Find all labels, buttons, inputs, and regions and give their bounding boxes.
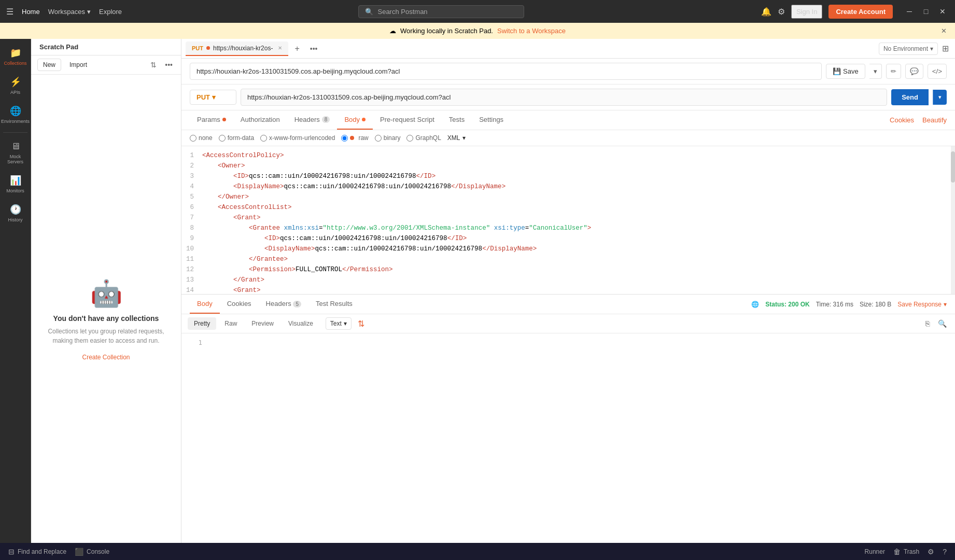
tab-headers[interactable]: Headers 8 — [287, 110, 338, 130]
bottom-runner[interactable]: Runner — [865, 548, 885, 556]
resp-tab-cookies[interactable]: Cookies — [220, 295, 259, 314]
bottom-find-replace[interactable]: ⊟ Find and Replace — [8, 548, 66, 556]
sidebar: 📁 Collections ⚡ APIs 🌐 Environments 🖥 Mo… — [0, 39, 31, 559]
panel-toggle-button[interactable]: ⊞ — [940, 41, 951, 55]
collections-panel: Scratch Pad New Import ⇅ ••• 🤖 You don't… — [31, 39, 181, 559]
resp-view-preview[interactable]: Preview — [245, 317, 280, 330]
code-line: 1<AccessControlPolicy> — [181, 150, 955, 161]
method-selector[interactable]: PUT ▾ — [190, 90, 236, 105]
sidebar-item-environments[interactable]: 🌐 Environments — [0, 101, 31, 128]
import-button[interactable]: Import — [65, 59, 91, 71]
sidebar-item-mock-servers[interactable]: 🖥 Mock Servers — [0, 137, 31, 169]
bottom-trash[interactable]: 🗑 Trash — [893, 548, 919, 556]
resp-view-visualize[interactable]: Visualize — [282, 317, 319, 330]
resp-tab-body[interactable]: Body — [190, 295, 220, 314]
settings-icon[interactable]: ⚙ — [778, 7, 785, 17]
resp-view-pretty[interactable]: Pretty — [188, 317, 216, 330]
body-type-urlencoded[interactable]: x-www-form-urlencoded — [260, 134, 335, 142]
send-dropdown-button[interactable]: ▾ — [933, 90, 947, 105]
sign-in-button[interactable]: Sign In — [791, 5, 822, 19]
response-format-selector[interactable]: Text ▾ — [326, 317, 352, 330]
new-collection-button[interactable]: New — [37, 59, 61, 71]
main-layout: 📁 Collections ⚡ APIs 🌐 Environments 🖥 Mo… — [0, 39, 955, 559]
save-button[interactable]: 💾 Save — [826, 64, 865, 79]
switch-workspace-link[interactable]: Switch to a Workspace — [497, 27, 566, 35]
body-type-form-data[interactable]: form-data — [219, 134, 254, 142]
request-tab-active[interactable]: PUT https://houxian-kr2os- ✕ — [186, 41, 288, 56]
response-view-tabs: Pretty Raw Preview Visualize Text ▾ ⇅ ⎘ — [181, 314, 955, 333]
response-time: Time: 316 ms — [816, 301, 853, 308]
tab-params[interactable]: Params — [190, 110, 233, 130]
banner-message: Working locally in Scratch Pad. — [400, 27, 493, 35]
tab-method-label: PUT — [192, 45, 203, 51]
cookies-link[interactable]: Cookies — [890, 111, 914, 129]
params-dot — [222, 118, 226, 121]
banner-close-button[interactable]: ✕ — [941, 27, 947, 35]
beautify-link[interactable]: Beautify — [922, 111, 947, 129]
resp-tab-headers[interactable]: Headers 5 — [259, 295, 308, 314]
response-line-1: 1 — [190, 338, 947, 348]
mock-servers-icon: 🖥 — [11, 141, 20, 152]
close-button[interactable]: ✕ — [936, 5, 949, 18]
search-response-button[interactable]: 🔍 — [936, 317, 949, 330]
code-button[interactable]: </> — [928, 64, 947, 79]
code-line: 3 <ID>qcs::cam::uin/100024216798:uin/100… — [181, 171, 955, 181]
nav-workspaces[interactable]: Workspaces ▾ — [48, 8, 91, 16]
nav-home[interactable]: Home — [22, 8, 40, 16]
resp-tab-test-results[interactable]: Test Results — [308, 295, 360, 314]
save-response-button[interactable]: Save Response ▾ — [897, 301, 947, 308]
scrollbar-thumb[interactable] — [951, 151, 955, 183]
tab-settings[interactable]: Settings — [472, 110, 511, 130]
body-type-raw[interactable]: raw — [341, 134, 368, 142]
save-icon: 💾 — [833, 67, 841, 75]
tab-overflow-button[interactable]: ••• — [306, 43, 322, 55]
hamburger-icon[interactable]: ☰ — [6, 7, 13, 17]
sidebar-item-apis[interactable]: ⚡ APIs — [0, 72, 31, 99]
tab-tests[interactable]: Tests — [442, 110, 472, 130]
minimize-button[interactable]: ─ — [903, 5, 916, 18]
comment-button[interactable]: 💬 — [905, 64, 923, 79]
format-xml-selector[interactable]: XML ▾ — [447, 134, 466, 142]
code-line: 10 <DisplayName>qcs::cam::uin/1000242167… — [181, 244, 955, 254]
sidebar-item-monitors[interactable]: 📊 Monitors — [0, 171, 31, 198]
body-type-none[interactable]: none — [190, 134, 213, 142]
bottom-settings[interactable]: ⚙ — [928, 548, 934, 556]
url-display-input[interactable] — [190, 63, 822, 80]
send-button[interactable]: Send — [891, 89, 929, 105]
tab-authorization[interactable]: Authorization — [233, 110, 287, 130]
request-tabs: Params Authorization Headers 8 Body Pre-… — [181, 110, 955, 130]
sort-button[interactable]: ⇅ — [148, 60, 159, 70]
new-tab-button[interactable]: + — [290, 42, 303, 55]
tab-body[interactable]: Body — [337, 110, 373, 130]
copy-response-button[interactable]: ⎘ — [923, 317, 932, 330]
create-account-button[interactable]: Create Account — [828, 5, 893, 19]
collections-empty-state: 🤖 You don't have any collections Collect… — [31, 75, 181, 559]
empty-title: You don't have any collections — [53, 314, 159, 323]
resp-view-raw[interactable]: Raw — [218, 317, 243, 330]
bottom-help[interactable]: ? — [943, 548, 947, 556]
panel-subheader: New Import ⇅ ••• — [31, 55, 181, 75]
search-bar[interactable]: 🔍 Search Postman — [358, 5, 524, 18]
code-line: 4 <DisplayName>qcs::cam::uin/10002421679… — [181, 181, 955, 192]
body-type-graphql[interactable]: GraphQL — [406, 134, 441, 142]
tab-pre-request[interactable]: Pre-request Script — [373, 110, 442, 130]
sidebar-item-history[interactable]: 🕐 History — [0, 200, 31, 227]
code-line: 8 <Grantee xmlns:xsi="http://www.w3.org/… — [181, 223, 955, 233]
notification-icon[interactable]: 🔔 — [761, 7, 771, 17]
panel-more-button[interactable]: ••• — [163, 60, 175, 70]
sidebar-item-collections[interactable]: 📁 Collections — [0, 43, 31, 70]
nav-explore[interactable]: Explore — [99, 8, 122, 16]
save-dropdown-button[interactable]: ▾ — [869, 64, 882, 79]
body-type-binary[interactable]: binary — [375, 134, 401, 142]
bottom-right-actions: Runner 🗑 Trash ⚙ ? — [865, 548, 947, 556]
edit-button[interactable]: ✏ — [886, 64, 901, 79]
maximize-button[interactable]: □ — [920, 5, 932, 18]
request-url-input[interactable] — [241, 89, 887, 106]
scrollbar-track — [951, 146, 955, 294]
tab-close-button[interactable]: ✕ — [278, 45, 282, 51]
environment-selector[interactable]: No Environment ▾ — [879, 43, 938, 55]
bottom-console[interactable]: ⬛ Console — [75, 548, 109, 556]
response-filter-icon[interactable]: ⇅ — [358, 319, 364, 329]
code-editor[interactable]: 1<AccessControlPolicy>2 <Owner>3 <ID>qcs… — [181, 146, 955, 294]
create-collection-link[interactable]: Create Collection — [82, 354, 130, 361]
